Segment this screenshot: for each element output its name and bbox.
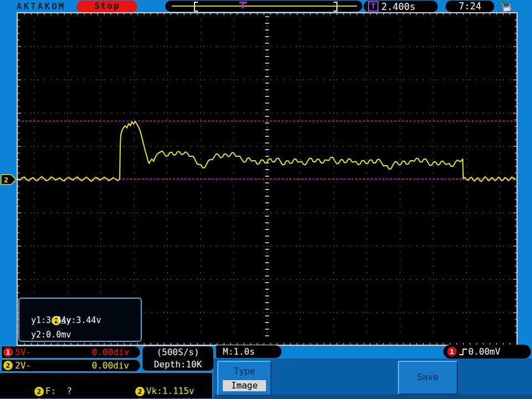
usb-disk-icon [498, 1, 514, 12]
oscilloscope-screen: AKTAKOM Stop T 2.400s 7:24 2 2△y:3.44v [0, 0, 532, 399]
record-length-line [172, 6, 357, 7]
channel2-offset: 0.00div [92, 360, 129, 371]
measurement-voltage: 2V:840.6mv [103, 386, 195, 397]
window-left-bracket [194, 2, 198, 12]
channel1-offset: 0.00div [92, 347, 129, 357]
channel2-status-pill: 2 2V- 0.00div [1, 359, 141, 372]
acquisition-status-badge: Stop [76, 1, 137, 12]
svg-text:2: 2 [4, 176, 8, 184]
record-position-bar [165, 1, 362, 12]
channel1-scale: 5V- [15, 347, 31, 357]
save-button[interactable]: Save [398, 361, 458, 395]
channel2-scale: 2V- [15, 360, 31, 371]
trigger-level: 0.00mV [468, 346, 500, 357]
timebase-pill: M:1.0s [216, 345, 282, 358]
brand-logo: AKTAKOM [17, 1, 65, 12]
memory-depth: Depth:10K [142, 359, 213, 371]
waveform-display [17, 12, 518, 346]
type-label: Type [218, 366, 270, 376]
trigger-source-badge: 1 [447, 347, 457, 356]
channel2-badge: 2 [3, 361, 13, 370]
type-selected-value[interactable]: Image [223, 380, 266, 391]
clock: 7:24 [446, 1, 494, 12]
window-right-bracket [334, 2, 337, 12]
trigger-position-marker-icon [239, 2, 247, 9]
sample-rate-box: (500S/s) Depth:10K [142, 346, 214, 371]
sample-rate: (500S/s) [142, 346, 213, 359]
measurement-frequency: 2F: ? [2, 375, 72, 386]
type-button[interactable]: Type Image [217, 361, 272, 396]
cursor-y2: y2:0.0mv [31, 328, 141, 342]
cursor-readout-box: 2△y:3.44v y1:3.44v y2:0.0mv [18, 298, 142, 342]
trigger-status-pill: 1 0.00mV [443, 345, 531, 359]
measurement-vk: 2Vk:1.115v [103, 375, 195, 386]
channel1-badge: 1 [3, 347, 13, 357]
measurement-duty: 2+D:71.2% [2, 386, 88, 397]
trigger-t-icon: T [368, 1, 378, 12]
trigger-time-readout: T 2.400s [364, 1, 438, 12]
trigger-time-value: 2.400s [381, 1, 415, 12]
rising-edge-icon [458, 347, 468, 357]
measurement-bar: 2F: ? 2Vk:1.115v 2+D:71.2% 2V:840.6mv [0, 372, 213, 398]
channel2-position-marker: 2 [1, 173, 17, 186]
channel1-status-pill: 1 5V- 0.00div [1, 346, 141, 359]
